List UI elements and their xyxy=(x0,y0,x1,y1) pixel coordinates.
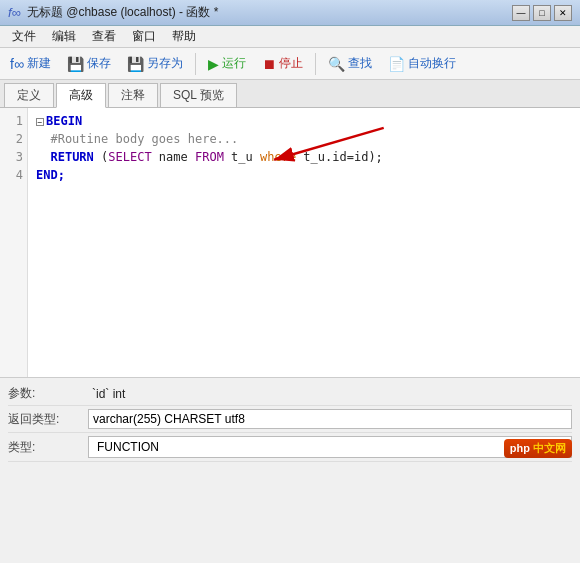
code-editor[interactable]: − BEGIN #Routine body goes here... RETUR… xyxy=(28,108,580,377)
save-icon: 💾 xyxy=(67,56,84,72)
saveas-label: 另存为 xyxy=(147,55,183,72)
run-label: 运行 xyxy=(222,55,246,72)
autoexec-button[interactable]: 📄 自动换行 xyxy=(382,53,462,74)
params-value: `id` int xyxy=(88,386,129,402)
run-button[interactable]: ▶ 运行 xyxy=(202,53,252,74)
autoexec-icon: 📄 xyxy=(388,56,405,72)
kw-begin: BEGIN xyxy=(46,112,82,130)
new-label: 新建 xyxy=(27,55,51,72)
tab-advanced[interactable]: 高级 xyxy=(56,83,106,108)
find-label: 查找 xyxy=(348,55,372,72)
line-num-2: 2 xyxy=(4,130,23,148)
separator-2 xyxy=(315,53,316,75)
code-name: name xyxy=(152,148,195,166)
line-num-3: 3 xyxy=(4,148,23,166)
type-select-container: FUNCTION PROCEDURE xyxy=(88,436,572,458)
code-condition: t_u.id=id); xyxy=(296,148,383,166)
menu-bar: 文件 编辑 查看 窗口 帮助 xyxy=(0,26,580,48)
separator-1 xyxy=(195,53,196,75)
params-row: 参数: `id` int xyxy=(8,382,572,406)
minimize-button[interactable]: — xyxy=(512,5,530,21)
code-table: t_u xyxy=(224,148,260,166)
return-type-value: varchar(255) CHARSET utf8 xyxy=(88,409,572,429)
code-line-3: RETURN ( SELECT name FROM t_u where t_u.… xyxy=(36,148,572,166)
tab-sql-preview[interactable]: SQL 预览 xyxy=(160,83,237,107)
saveas-icon: 💾 xyxy=(127,56,144,72)
bottom-panel: 参数: `id` int 返回类型: varchar(255) CHARSET … xyxy=(0,378,580,466)
tab-definition[interactable]: 定义 xyxy=(4,83,54,107)
window-controls: — □ ✕ xyxy=(512,5,572,21)
run-icon: ▶ xyxy=(208,56,219,72)
kw-where: where xyxy=(260,148,296,166)
code-comment: #Routine body goes here... xyxy=(36,130,238,148)
find-icon: 🔍 xyxy=(328,56,345,72)
return-type-row: 返回类型: varchar(255) CHARSET utf8 xyxy=(8,406,572,433)
title-bar: f∞ 无标题 @chbase (localhost) - 函数 * — □ ✕ xyxy=(0,0,580,26)
saveas-button[interactable]: 💾 另存为 xyxy=(121,53,189,74)
cn-text: 中文网 xyxy=(533,442,566,454)
return-type-label: 返回类型: xyxy=(8,411,88,428)
stop-label: 停止 xyxy=(279,55,303,72)
php-text: php xyxy=(510,442,530,454)
line-num-1: 1 xyxy=(4,112,23,130)
stop-button[interactable]: ⏹ 停止 xyxy=(256,53,309,74)
menu-window[interactable]: 窗口 xyxy=(124,26,164,47)
code-line-2: #Routine body goes here... xyxy=(36,130,572,148)
php-watermark: php 中文网 xyxy=(504,439,572,458)
params-label: 参数: xyxy=(8,385,88,402)
toolbar: f∞ 新建 💾 保存 💾 另存为 ▶ 运行 ⏹ 停止 🔍 查找 📄 自动换行 xyxy=(0,48,580,80)
code-line-1: − BEGIN xyxy=(36,112,572,130)
autoexec-label: 自动换行 xyxy=(408,55,456,72)
code-paren-open: ( xyxy=(94,148,108,166)
save-button[interactable]: 💾 保存 xyxy=(61,53,117,74)
kw-from: FROM xyxy=(195,148,224,166)
new-button[interactable]: f∞ 新建 xyxy=(4,53,57,74)
line-numbers: 1 2 3 4 xyxy=(0,108,28,377)
menu-help[interactable]: 帮助 xyxy=(164,26,204,47)
window-title: 无标题 @chbase (localhost) - 函数 * xyxy=(27,4,512,21)
type-select[interactable]: FUNCTION PROCEDURE xyxy=(88,436,572,458)
code-line-4: END; xyxy=(36,166,572,184)
kw-select: SELECT xyxy=(108,148,151,166)
close-button[interactable]: ✕ xyxy=(554,5,572,21)
line-num-4: 4 xyxy=(4,166,23,184)
tab-comment[interactable]: 注释 xyxy=(108,83,158,107)
maximize-button[interactable]: □ xyxy=(533,5,551,21)
tab-bar: 定义 高级 注释 SQL 预览 xyxy=(0,80,580,108)
type-label: 类型: xyxy=(8,439,88,456)
fold-icon-1: − xyxy=(36,118,44,126)
stop-icon: ⏹ xyxy=(262,56,276,72)
new-icon: f∞ xyxy=(10,56,24,72)
app-icon: f∞ xyxy=(8,5,21,20)
save-label: 保存 xyxy=(87,55,111,72)
menu-edit[interactable]: 编辑 xyxy=(44,26,84,47)
find-button[interactable]: 🔍 查找 xyxy=(322,53,378,74)
type-row: 类型: FUNCTION PROCEDURE xyxy=(8,433,572,462)
menu-view[interactable]: 查看 xyxy=(84,26,124,47)
menu-file[interactable]: 文件 xyxy=(4,26,44,47)
editor-container: 1 2 3 4 − BEGIN #Routine body goes here.… xyxy=(0,108,580,378)
kw-return: RETURN xyxy=(50,148,93,166)
kw-end: END; xyxy=(36,166,65,184)
